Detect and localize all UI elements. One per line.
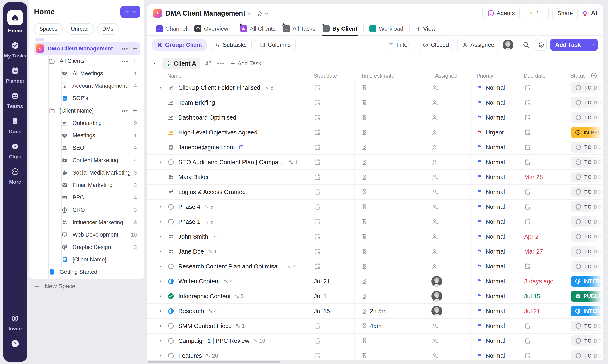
status-badge[interactable]: TO DO — [571, 321, 603, 331]
task-name[interactable]: John Smith — [178, 233, 208, 240]
closed-pill[interactable]: Closed — [418, 39, 454, 51]
rail-item-teams[interactable]: Teams — [7, 91, 23, 109]
subtask-count[interactable]: 20 — [206, 353, 218, 359]
sidebar-item-onboarding[interactable]: Onboarding9 — [34, 117, 140, 129]
table-row[interactable]: ClickUp Client Folder Finalised3NormalTO… — [147, 80, 603, 95]
table-row[interactable]: Research4Jul 152h 5mNormalJul 21INTERNA — [147, 304, 603, 319]
task-name[interactable]: Mary Baker — [178, 174, 209, 181]
status-badge[interactable]: TO DO — [571, 246, 603, 257]
cell-start-date[interactable] — [307, 259, 354, 274]
cell-priority[interactable]: Normal — [470, 259, 518, 274]
add-column-icon[interactable] — [590, 72, 597, 79]
cell-time-estimate[interactable] — [354, 244, 423, 259]
task-name[interactable]: Research Content Plan and Optimisa... — [178, 263, 282, 270]
cell-start-date[interactable] — [307, 155, 354, 169]
cell-due-date[interactable] — [518, 155, 569, 169]
cell-time-estimate[interactable] — [354, 259, 423, 274]
cell-assignee[interactable] — [423, 334, 470, 348]
cell-assignee[interactable] — [423, 229, 470, 244]
sidebar-item--client-name-[interactable]: [Client Name]••• — [34, 104, 140, 117]
cell-due-date[interactable] — [518, 140, 569, 155]
expand-arrow-icon[interactable] — [159, 214, 165, 229]
task-name[interactable]: Written Content — [178, 278, 220, 285]
sidebar-item-account-management[interactable]: Account Management4 — [34, 80, 140, 92]
expand-arrow-icon[interactable] — [159, 274, 165, 288]
cell-start-date[interactable] — [307, 110, 354, 125]
cell-priority[interactable]: Normal — [470, 155, 518, 169]
external-link-icon[interactable] — [239, 144, 244, 150]
status-badge[interactable]: TO DO — [571, 216, 603, 227]
cell-start-date[interactable] — [307, 200, 354, 214]
cell-time-estimate[interactable] — [354, 80, 423, 95]
sidebar-chip-spaces[interactable]: Spaces — [34, 23, 63, 35]
cell-priority[interactable]: Normal — [470, 214, 518, 229]
cell-due-date[interactable] — [518, 80, 569, 95]
cell-time-estimate[interactable]: 45m — [354, 319, 423, 333]
sidebar-item-content-marketing[interactable]: Content Marketing4 — [34, 154, 140, 167]
scrollbar-thumb[interactable] — [148, 361, 281, 363]
cell-time-estimate[interactable] — [354, 200, 423, 214]
expand-arrow-icon[interactable] — [159, 259, 165, 274]
sidebar-item-web-development[interactable]: Web Development10 — [34, 229, 140, 241]
status-badge[interactable]: INTERNA — [571, 276, 603, 287]
cell-due-date[interactable] — [518, 95, 569, 110]
sidebar-item-ppc[interactable]: AdPPC4 — [34, 191, 140, 204]
cell-due-date[interactable] — [518, 214, 569, 229]
group-client-chip[interactable]: Client A — [162, 58, 200, 69]
cell-due-date[interactable] — [518, 259, 569, 274]
column-header-assignee[interactable]: Assignee — [423, 71, 470, 80]
tab-all-tasks[interactable]: All Tasks — [279, 22, 319, 35]
tab-by-client[interactable]: By Client — [319, 22, 361, 35]
tab-overview[interactable]: Overview — [191, 22, 232, 35]
sidebar-item-graphic-design[interactable]: Graphic Design3 — [34, 241, 140, 253]
table-row[interactable]: Phase 45NormalTO DO — [147, 200, 603, 214]
share-button[interactable]: Share — [552, 7, 578, 19]
expand-arrow-icon[interactable] — [159, 229, 165, 244]
cell-time-estimate[interactable] — [354, 229, 423, 244]
cell-assignee[interactable] — [423, 304, 470, 318]
assignee-avatar[interactable] — [431, 306, 442, 316]
column-header-start-date[interactable]: Start date — [307, 71, 354, 80]
cell-start-date[interactable] — [307, 229, 354, 244]
plus-icon[interactable] — [132, 46, 138, 52]
sidebar-item-seo[interactable]: </>SEO4 — [34, 142, 140, 154]
status-badge[interactable]: PUBLISH — [571, 291, 603, 301]
cell-assignee[interactable] — [423, 170, 470, 184]
more-icon[interactable]: ••• — [121, 45, 128, 52]
subtask-count[interactable]: 5 — [204, 204, 213, 210]
cell-assignee[interactable] — [423, 140, 470, 155]
cell-start-date[interactable] — [307, 140, 354, 155]
tab-workload[interactable]: Workload — [366, 22, 407, 35]
cell-priority[interactable]: Urgent — [470, 125, 518, 140]
column-header-priority[interactable]: Priority — [470, 71, 518, 80]
table-row[interactable]: Dashboard OptimisedNormalTO DO — [147, 110, 603, 125]
subtask-count[interactable]: 5 — [204, 219, 213, 225]
rail-item-home[interactable]: Home — [7, 10, 23, 34]
task-name[interactable]: Infographic Content — [178, 293, 231, 300]
task-name[interactable]: Features — [178, 352, 202, 359]
cell-time-estimate[interactable] — [354, 110, 423, 125]
expand-arrow-icon[interactable] — [159, 304, 165, 318]
cell-time-estimate[interactable]: 2h 5m — [354, 304, 423, 318]
cell-assignee[interactable] — [423, 155, 470, 169]
status-badge[interactable]: TO DO — [571, 201, 603, 212]
table-row[interactable]: SMM Content Piece145mNormalTO DO — [147, 319, 603, 334]
cell-start-date[interactable] — [307, 170, 354, 184]
cell-due-date[interactable]: 3 days ago — [518, 274, 569, 288]
cell-priority[interactable]: Normal — [470, 304, 518, 318]
cell-assignee[interactable] — [423, 319, 470, 333]
expand-arrow-icon[interactable] — [159, 80, 165, 95]
cell-time-estimate[interactable] — [354, 334, 423, 348]
expand-arrow-icon[interactable] — [159, 155, 165, 169]
assignee-pill[interactable]: Assignee — [457, 39, 499, 51]
cell-assignee[interactable] — [423, 125, 470, 140]
cell-due-date[interactable] — [518, 200, 569, 214]
status-badge[interactable]: TO DO — [571, 231, 603, 242]
cell-due-date[interactable] — [518, 319, 569, 333]
cell-priority[interactable]: Normal — [470, 200, 518, 214]
table-row[interactable]: Logins & Access GrantedNormalTO DO — [147, 185, 603, 200]
cell-due-date[interactable]: Apr 2 — [518, 229, 569, 244]
table-row[interactable]: John Smith1NormalApr 2TO DO — [147, 229, 603, 244]
cell-assignee[interactable] — [423, 214, 470, 229]
add-task-button[interactable]: Add Task — [550, 39, 598, 51]
